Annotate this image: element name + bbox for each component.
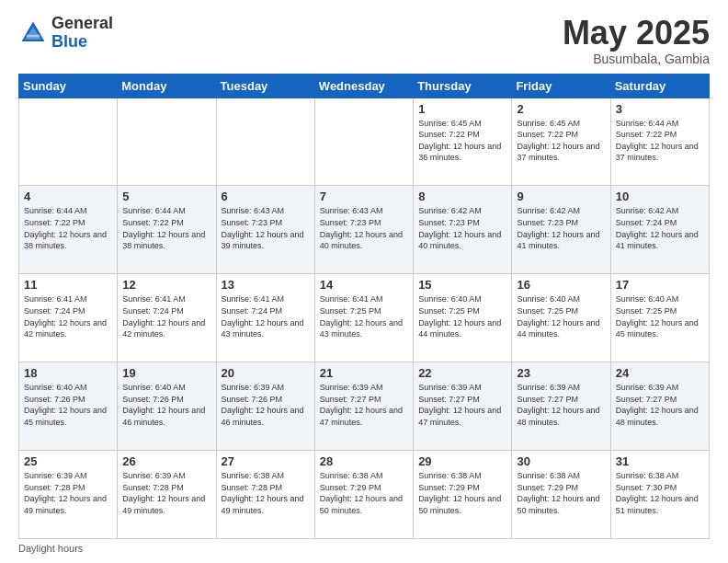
weekday-wednesday: Wednesday [314, 74, 413, 98]
day-info: Sunrise: 6:40 AM Sunset: 7:26 PM Dayligh… [24, 382, 112, 428]
day-cell: 4Sunrise: 6:44 AM Sunset: 7:22 PM Daylig… [19, 186, 118, 274]
day-number: 17 [616, 278, 704, 292]
day-cell: 24Sunrise: 6:39 AM Sunset: 7:27 PM Dayli… [610, 362, 709, 451]
day-cell: 1Sunrise: 6:45 AM Sunset: 7:22 PM Daylig… [414, 98, 512, 186]
day-cell: 7Sunrise: 6:43 AM Sunset: 7:23 PM Daylig… [314, 186, 413, 274]
day-cell: 25Sunrise: 6:39 AM Sunset: 7:28 PM Dayli… [19, 451, 118, 539]
day-number: 31 [616, 454, 704, 468]
day-number: 5 [122, 190, 210, 203]
day-number: 15 [418, 278, 506, 292]
day-cell: 14Sunrise: 6:41 AM Sunset: 7:25 PM Dayli… [314, 274, 413, 362]
day-cell: 11Sunrise: 6:41 AM Sunset: 7:24 PM Dayli… [19, 274, 118, 362]
day-info: Sunrise: 6:42 AM Sunset: 7:23 PM Dayligh… [517, 205, 605, 251]
day-info: Sunrise: 6:40 AM Sunset: 7:26 PM Dayligh… [122, 382, 210, 428]
day-info: Sunrise: 6:44 AM Sunset: 7:22 PM Dayligh… [616, 118, 704, 164]
day-number: 20 [222, 366, 310, 380]
day-number: 27 [222, 454, 310, 468]
footer-note: Daylight hours [18, 543, 710, 554]
day-number: 14 [320, 278, 408, 292]
logo-text: General Blue [51, 15, 113, 52]
top-row: General Blue May 2025 Busumbala, Gambia [18, 15, 710, 66]
weekday-saturday: Saturday [610, 74, 709, 98]
day-cell: 30Sunrise: 6:38 AM Sunset: 7:29 PM Dayli… [512, 451, 610, 539]
week-row-3: 11Sunrise: 6:41 AM Sunset: 7:24 PM Dayli… [19, 274, 710, 362]
day-number: 3 [616, 102, 704, 116]
day-number: 19 [122, 366, 210, 380]
day-info: Sunrise: 6:39 AM Sunset: 7:28 PM Dayligh… [24, 470, 112, 516]
day-info: Sunrise: 6:41 AM Sunset: 7:25 PM Dayligh… [320, 293, 408, 339]
day-cell: 27Sunrise: 6:38 AM Sunset: 7:28 PM Dayli… [216, 451, 314, 539]
day-number: 2 [517, 102, 605, 116]
day-number: 22 [418, 366, 506, 380]
week-row-5: 25Sunrise: 6:39 AM Sunset: 7:28 PM Dayli… [19, 451, 710, 539]
day-number: 16 [517, 278, 605, 292]
day-cell: 8Sunrise: 6:42 AM Sunset: 7:23 PM Daylig… [414, 186, 512, 274]
day-number: 7 [320, 190, 408, 203]
logo-icon [18, 18, 48, 48]
weekday-monday: Monday [118, 74, 216, 98]
day-cell [118, 98, 216, 186]
day-number: 12 [122, 278, 210, 292]
day-info: Sunrise: 6:44 AM Sunset: 7:22 PM Dayligh… [24, 205, 112, 251]
day-number: 18 [24, 366, 112, 380]
day-cell: 15Sunrise: 6:40 AM Sunset: 7:25 PM Dayli… [414, 274, 512, 362]
day-info: Sunrise: 6:40 AM Sunset: 7:25 PM Dayligh… [517, 293, 605, 339]
day-cell: 17Sunrise: 6:40 AM Sunset: 7:25 PM Dayli… [610, 274, 709, 362]
day-info: Sunrise: 6:39 AM Sunset: 7:26 PM Dayligh… [222, 382, 310, 428]
weekday-thursday: Thursday [414, 74, 512, 98]
svg-rect-2 [27, 35, 40, 38]
day-info: Sunrise: 6:38 AM Sunset: 7:29 PM Dayligh… [517, 470, 605, 516]
day-info: Sunrise: 6:39 AM Sunset: 7:27 PM Dayligh… [616, 382, 704, 428]
day-info: Sunrise: 6:39 AM Sunset: 7:27 PM Dayligh… [418, 382, 506, 428]
day-info: Sunrise: 6:41 AM Sunset: 7:24 PM Dayligh… [222, 293, 310, 339]
day-cell: 23Sunrise: 6:39 AM Sunset: 7:27 PM Dayli… [512, 362, 610, 451]
daylight-label: Daylight hours [18, 543, 83, 554]
day-cell: 26Sunrise: 6:39 AM Sunset: 7:28 PM Dayli… [118, 451, 216, 539]
day-cell: 28Sunrise: 6:38 AM Sunset: 7:29 PM Dayli… [314, 451, 413, 539]
day-info: Sunrise: 6:39 AM Sunset: 7:27 PM Dayligh… [517, 382, 605, 428]
day-cell [19, 98, 118, 186]
day-info: Sunrise: 6:38 AM Sunset: 7:29 PM Dayligh… [418, 470, 506, 516]
day-info: Sunrise: 6:43 AM Sunset: 7:23 PM Dayligh… [320, 205, 408, 251]
day-cell: 16Sunrise: 6:40 AM Sunset: 7:25 PM Dayli… [512, 274, 610, 362]
day-number: 4 [24, 190, 112, 203]
day-info: Sunrise: 6:39 AM Sunset: 7:27 PM Dayligh… [320, 382, 408, 428]
day-cell: 18Sunrise: 6:40 AM Sunset: 7:26 PM Dayli… [19, 362, 118, 451]
day-info: Sunrise: 6:40 AM Sunset: 7:25 PM Dayligh… [616, 293, 704, 339]
day-info: Sunrise: 6:45 AM Sunset: 7:22 PM Dayligh… [517, 118, 605, 164]
day-number: 26 [122, 454, 210, 468]
day-info: Sunrise: 6:42 AM Sunset: 7:23 PM Dayligh… [418, 205, 506, 251]
page: General Blue May 2025 Busumbala, Gambia … [0, 0, 728, 563]
day-number: 23 [517, 366, 605, 380]
day-number: 24 [616, 366, 704, 380]
week-row-1: 1Sunrise: 6:45 AM Sunset: 7:22 PM Daylig… [19, 98, 710, 186]
day-number: 30 [517, 454, 605, 468]
day-cell: 12Sunrise: 6:41 AM Sunset: 7:24 PM Dayli… [118, 274, 216, 362]
day-info: Sunrise: 6:40 AM Sunset: 7:25 PM Dayligh… [418, 293, 506, 339]
day-cell: 31Sunrise: 6:38 AM Sunset: 7:30 PM Dayli… [610, 451, 709, 539]
title-area: May 2025 Busumbala, Gambia [563, 15, 710, 66]
day-number: 13 [222, 278, 310, 292]
day-cell: 3Sunrise: 6:44 AM Sunset: 7:22 PM Daylig… [610, 98, 709, 186]
day-info: Sunrise: 6:41 AM Sunset: 7:24 PM Dayligh… [24, 293, 112, 339]
logo-blue: Blue [51, 33, 113, 52]
week-row-2: 4Sunrise: 6:44 AM Sunset: 7:22 PM Daylig… [19, 186, 710, 274]
weekday-sunday: Sunday [19, 74, 118, 98]
day-cell [314, 98, 413, 186]
logo: General Blue [18, 15, 113, 52]
day-cell: 9Sunrise: 6:42 AM Sunset: 7:23 PM Daylig… [512, 186, 610, 274]
day-cell: 10Sunrise: 6:42 AM Sunset: 7:24 PM Dayli… [610, 186, 709, 274]
day-number: 6 [222, 190, 310, 203]
day-info: Sunrise: 6:45 AM Sunset: 7:22 PM Dayligh… [418, 118, 506, 164]
day-cell: 19Sunrise: 6:40 AM Sunset: 7:26 PM Dayli… [118, 362, 216, 451]
calendar-table: SundayMondayTuesdayWednesdayThursdayFrid… [18, 74, 710, 539]
day-cell: 20Sunrise: 6:39 AM Sunset: 7:26 PM Dayli… [216, 362, 314, 451]
day-number: 29 [418, 454, 506, 468]
day-info: Sunrise: 6:38 AM Sunset: 7:29 PM Dayligh… [320, 470, 408, 516]
day-number: 1 [418, 102, 506, 116]
day-info: Sunrise: 6:43 AM Sunset: 7:23 PM Dayligh… [222, 205, 310, 251]
week-row-4: 18Sunrise: 6:40 AM Sunset: 7:26 PM Dayli… [19, 362, 710, 451]
day-number: 10 [616, 190, 704, 203]
day-cell: 13Sunrise: 6:41 AM Sunset: 7:24 PM Dayli… [216, 274, 314, 362]
day-number: 25 [24, 454, 112, 468]
